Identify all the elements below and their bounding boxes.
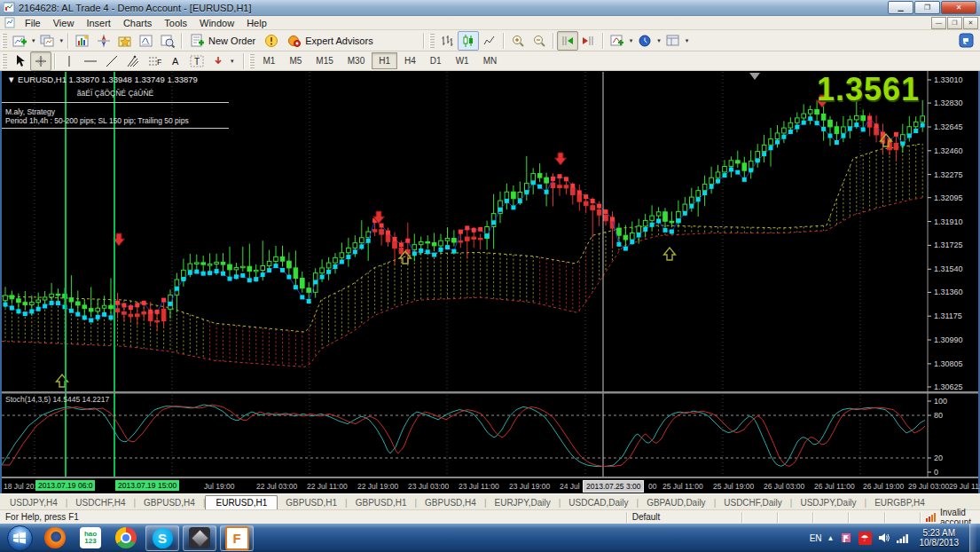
toolbar-grip-3[interactable] <box>2 54 7 68</box>
timeframe-d1-button[interactable]: D1 <box>423 52 449 69</box>
menu-tools[interactable]: Tools <box>158 18 193 28</box>
bar-chart-mode-icon[interactable] <box>436 31 458 51</box>
chart-tab-gbpusd-h4[interactable]: GBPUSD,H4 <box>136 496 203 509</box>
minimize-icon[interactable]: ▁ <box>888 1 913 14</box>
toolbar-grip-4[interactable] <box>249 54 255 68</box>
profile-status[interactable]: Default <box>627 512 742 523</box>
network-signal-icon[interactable] <box>896 532 909 545</box>
child-minimize-icon[interactable]: — <box>931 17 946 29</box>
help-status-text: For Help, press F1 <box>0 512 627 523</box>
zoom-in-icon[interactable] <box>507 31 529 51</box>
close-icon[interactable]: ✕ <box>941 1 976 14</box>
fbs-app-icon[interactable]: F <box>220 525 254 551</box>
new-order-button[interactable]: New Order <box>185 32 261 50</box>
new-chart-button[interactable] <box>9 31 30 51</box>
maximize-icon[interactable]: ❐ <box>914 1 940 14</box>
trend-line-tool-icon[interactable] <box>101 51 122 71</box>
chart-tab-gbpusd-h4[interactable]: GBPUSD,H4 <box>417 496 484 509</box>
horizontal-line-tool-icon[interactable] <box>80 51 101 71</box>
expert-advisors-button[interactable]: Expert Advisors <box>282 32 378 50</box>
start-button[interactable] <box>2 524 37 551</box>
toolbar-grip-2[interactable] <box>429 34 435 48</box>
profiles-dropdown-icon[interactable]: ▾ <box>59 37 66 44</box>
navigator-icon[interactable] <box>93 31 114 51</box>
chart-tab-eurgbp-h4[interactable]: EURGBP,H4 <box>866 496 933 509</box>
metaeditor-warning-icon[interactable] <box>261 31 282 51</box>
new-chart-dropdown-icon[interactable]: ▾ <box>30 37 37 44</box>
periods-dropdown-icon[interactable]: ▾ <box>655 37 662 44</box>
profiles-button[interactable] <box>37 31 59 51</box>
timeframe-m30-button[interactable]: M30 <box>341 52 372 69</box>
menu-help[interactable]: Help <box>240 18 273 28</box>
menu-charts[interactable]: Charts <box>117 18 158 28</box>
timeframe-w1-button[interactable]: W1 <box>449 52 476 69</box>
chart-tab-gbpusd-h1[interactable]: GBPUSD,H1 <box>348 496 415 509</box>
chrome-icon[interactable] <box>110 526 142 550</box>
new-order-label: New Order <box>208 35 255 46</box>
chart-tab-usdchf-daily[interactable]: USDCHF,Daily <box>716 496 790 509</box>
line-chart-mode-icon[interactable] <box>479 31 500 51</box>
strategy-tester-icon[interactable] <box>136 31 157 51</box>
fibonacci-tool-icon[interactable]: F <box>144 51 165 71</box>
templates-button[interactable] <box>662 31 684 51</box>
timeframe-m15-button[interactable]: M15 <box>309 52 340 69</box>
chart-tab-usdcad-daily[interactable]: USDCAD,Daily <box>561 496 636 509</box>
volume-icon[interactable] <box>877 532 890 545</box>
chart-shift-icon[interactable] <box>578 31 600 51</box>
indicators-dropdown-icon[interactable]: ▾ <box>628 37 635 44</box>
price-chart[interactable] <box>2 71 978 493</box>
data-window-icon[interactable] <box>157 31 178 51</box>
show-desktop-button[interactable] <box>969 524 976 552</box>
crosshair-tool-icon[interactable] <box>30 51 51 71</box>
taskbar-clock[interactable]: 5:23 AM 10/8/2013 <box>914 528 965 548</box>
timeframe-m1-button[interactable]: M1 <box>256 52 283 69</box>
terminal-icon[interactable] <box>114 31 136 51</box>
templates-dropdown-icon[interactable]: ▾ <box>684 37 691 44</box>
arrows-dropdown-icon[interactable]: ▾ <box>229 58 236 65</box>
chart-tab-usdjpy-daily[interactable]: USDJPY,Daily <box>792 496 864 509</box>
metatrader-icon[interactable] <box>183 525 216 551</box>
child-close-icon[interactable]: ✕ <box>963 17 978 29</box>
time-axis-label: 23 Jul 03:00 <box>408 482 449 491</box>
zoom-out-icon[interactable] <box>529 31 550 51</box>
child-restore-icon[interactable]: ❐ <box>947 17 962 29</box>
vertical-line-tool-icon[interactable] <box>59 51 80 71</box>
menu-file[interactable]: File <box>19 18 47 28</box>
chart-tab-eurjpy-daily[interactable]: EURJPY,Daily <box>487 496 559 509</box>
text-label-tool-icon[interactable]: T <box>186 51 208 71</box>
connection-bars-icon <box>926 513 936 522</box>
candlestick-mode-icon[interactable] <box>458 31 479 51</box>
andrews-pitchfork-tool-icon[interactable] <box>122 51 144 71</box>
chart-window[interactable]: ▼ EURUSD,H1 1.33870 1.33948 1.33749 1.33… <box>0 71 980 493</box>
firefox-icon[interactable] <box>39 526 71 550</box>
arrows-tool-icon[interactable] <box>208 51 229 71</box>
chart-tab-usdjpy-h4[interactable]: USDJPY,H4 <box>2 496 66 509</box>
tray-expand-icon[interactable]: ▲ <box>827 534 835 542</box>
periods-button[interactable] <box>634 31 655 51</box>
cursor-tool-icon[interactable] <box>9 51 30 71</box>
auto-scroll-icon[interactable] <box>557 31 578 51</box>
indicators-button[interactable] <box>607 31 628 51</box>
language-indicator[interactable]: EN <box>810 533 822 543</box>
toolbar-grip[interactable] <box>2 34 7 48</box>
timeframe-mn-button[interactable]: MN <box>476 52 505 69</box>
hao123-icon[interactable]: hao123 <box>74 526 106 550</box>
antivirus-icon[interactable]: ☂ <box>858 532 872 545</box>
clock-time: 5:23 AM <box>920 528 960 538</box>
chart-tab-gbpaud-daily[interactable]: GBPAUD,Daily <box>639 496 714 509</box>
market-watch-icon[interactable] <box>72 31 93 51</box>
menu-insert[interactable]: Insert <box>80 18 117 28</box>
chart-tab-usdchf-h4[interactable]: USDCHF,H4 <box>67 496 133 509</box>
chart-tab-eurusd-h1[interactable]: EURUSD,H1 <box>205 495 278 509</box>
tray-app-icon[interactable] <box>840 532 853 545</box>
mql5-community-icon[interactable] <box>955 31 976 51</box>
text-tool-icon[interactable]: A <box>165 51 186 71</box>
menu-view[interactable]: View <box>47 18 81 28</box>
time-highlight-green: 2013.07.19 15:00 <box>115 480 179 491</box>
chart-tab-gbpusd-h1[interactable]: GBPUSD,H1 <box>278 496 345 509</box>
timeframe-h1-button[interactable]: H1 <box>372 52 397 69</box>
skype-icon[interactable]: S <box>145 525 179 551</box>
timeframe-m5-button[interactable]: M5 <box>282 52 309 69</box>
menu-window[interactable]: Window <box>193 18 240 28</box>
timeframe-h4-button[interactable]: H4 <box>397 52 423 69</box>
